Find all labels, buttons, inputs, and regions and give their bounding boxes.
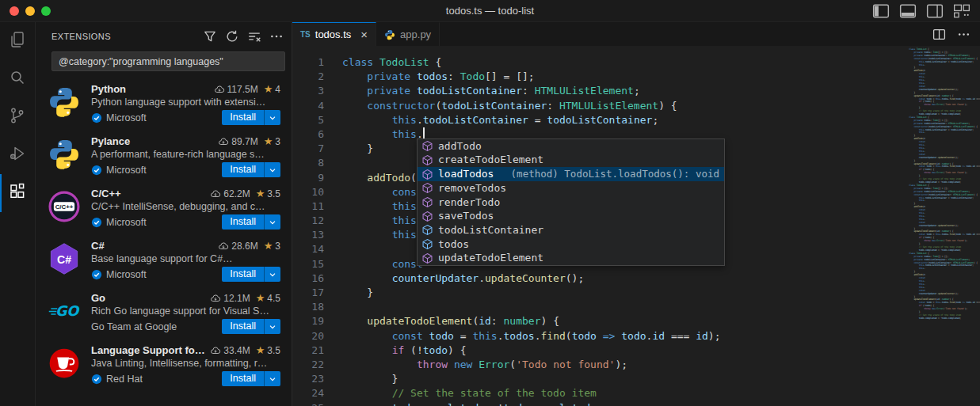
install-dropdown-button[interactable] — [264, 214, 280, 230]
line-number: 2 — [292, 70, 324, 84]
download-count-icon — [218, 136, 229, 147]
line-number: 7 — [292, 142, 324, 156]
code-line: 22 throw new Error('Todo not found'); — [292, 358, 980, 372]
star-icon: ★ — [264, 83, 273, 95]
window-controls[interactable] — [10, 6, 51, 16]
install-dropdown-button[interactable] — [264, 319, 280, 334]
suggest-item-removeTodos[interactable]: removeTodos — [418, 181, 724, 195]
line-number: 21 — [292, 343, 324, 358]
line-number: 18 — [292, 300, 324, 314]
suggest-item-loadTodos[interactable]: loadTodos(method) TodoList.loadTodos(): … — [418, 167, 724, 181]
install-button[interactable]: Install — [222, 162, 264, 177]
suggest-item-updateTodoElement[interactable]: updateTodoElement — [418, 252, 724, 266]
suggest-item-addTodo[interactable]: addTodo — [418, 139, 724, 154]
install-dropdown-button[interactable] — [264, 371, 280, 386]
zoom-window-icon[interactable] — [41, 6, 51, 16]
close-tab-icon[interactable]: × — [360, 28, 368, 40]
toggle-secondary-sidebar-icon[interactable] — [926, 2, 944, 20]
install-button[interactable]: Install — [222, 267, 264, 282]
code-editor[interactable]: 1class TodoList {2 private todos: Todo[]… — [292, 46, 980, 406]
code-line: 17 } — [292, 286, 980, 300]
suggest-label: todos — [438, 237, 469, 252]
tab-app.py[interactable]: app.py — [376, 22, 440, 46]
line-number: 17 — [292, 286, 324, 300]
customize-layout-icon[interactable] — [953, 2, 970, 20]
suggest-item-renderTodo[interactable]: renderTodo — [418, 195, 724, 210]
sidebar-header: EXTENSIONS — [36, 22, 292, 50]
suggest-label: createTodoElement — [438, 153, 543, 167]
extension-publisher: Red Hat — [106, 374, 143, 385]
refresh-icon[interactable] — [225, 29, 239, 44]
close-window-icon[interactable] — [10, 6, 19, 16]
extension-description: A performant, feature-rich language s… — [91, 149, 280, 160]
filter-icon[interactable] — [203, 29, 217, 44]
install-button[interactable]: Install — [222, 110, 264, 125]
line-number: 16 — [292, 271, 324, 286]
toggle-panel-icon[interactable] — [899, 2, 917, 20]
extension-list-item[interactable]: C/C++ C/C++ 62.2M ★ 3.5 C/C++ IntelliSen… — [36, 182, 292, 234]
extension-list-item[interactable]: GO Go 12.1M ★ 4.5 Rich Go language suppo… — [36, 286, 292, 339]
extensions-search-input[interactable] — [51, 51, 285, 71]
activity-bar-item-explorer[interactable] — [0, 22, 35, 60]
suggest-label: addTodo — [438, 139, 482, 154]
star-icon: ★ — [256, 188, 265, 199]
suggest-item-createTodoElement[interactable]: createTodoElement — [418, 154, 724, 168]
verified-publisher-icon — [91, 217, 102, 228]
tab-todos.ts[interactable]: TStodos.ts× — [292, 22, 376, 46]
install-button[interactable]: Install — [222, 214, 264, 230]
suggest-item-saveTodos[interactable]: saveTodos — [418, 209, 724, 223]
split-editor-icon[interactable] — [932, 28, 946, 41]
extension-list-item[interactable]: Pylance 89.7M ★ 3 A performant, feature-… — [36, 130, 292, 182]
activity-bar-item-search[interactable] — [0, 60, 35, 98]
install-button[interactable]: Install — [222, 319, 264, 334]
toggle-primary-sidebar-icon[interactable] — [872, 2, 890, 20]
extension-rating: 4.5 — [267, 293, 280, 304]
code-line: 25 todo.completed = !todo.completed; — [292, 401, 980, 406]
window-title: todos.ts — todo-list — [446, 5, 534, 17]
extension-list-item[interactable]: Python 117.5M ★ 4 Python language suppor… — [36, 78, 292, 130]
activity-bar-item-source-control[interactable] — [0, 98, 35, 136]
extension-list-item[interactable]: C# C# 28.6M ★ 3 Base language support fo… — [36, 234, 292, 286]
install-button[interactable]: Install — [222, 371, 264, 386]
extension-name: C# — [91, 240, 213, 252]
activity-bar-item-extensions[interactable] — [0, 174, 35, 212]
code-text: // Set the state of the todo item — [342, 387, 597, 399]
code-text: class TodoList { — [342, 56, 441, 68]
code-text: private todoListContainer: HTMLUListElem… — [342, 85, 640, 97]
install-dropdown-button[interactable] — [264, 162, 280, 177]
minimize-window-icon[interactable] — [25, 6, 35, 16]
suggest-item-todoListContainer[interactable]: todoListContainer — [418, 223, 724, 237]
method-icon — [421, 182, 434, 195]
extension-list-item[interactable]: Language Support fo… 33.4M ★ 3.5 Java Li… — [36, 339, 292, 391]
method-icon — [421, 154, 434, 167]
install-dropdown-button[interactable] — [264, 110, 280, 125]
code-text: const todo = this.todos.find(todo => tod… — [342, 330, 721, 342]
extension-download-count: 62.2M — [223, 188, 250, 199]
more-actions-icon[interactable] — [957, 28, 970, 41]
tab-bar: TStodos.ts×app.py — [292, 22, 980, 46]
code-text: constructor(todoListContainer: HTMLUList… — [342, 100, 677, 112]
code-text: counterUpdater.updateCounter(); — [342, 272, 584, 284]
extension-rating: 3 — [275, 241, 280, 252]
code-line: 23 } — [292, 372, 980, 386]
extension-logo — [48, 347, 81, 380]
field-icon — [421, 224, 434, 237]
code-text: this. — [342, 214, 423, 226]
activity-bar-item-run-debug[interactable] — [0, 136, 35, 174]
minimap[interactable]: class TodoList { private todos: Todo[] =… — [907, 46, 980, 406]
clear-extensions-icon[interactable] — [247, 29, 261, 44]
suggest-item-todos[interactable]: todos — [418, 237, 724, 252]
code-text: this. — [342, 128, 425, 140]
line-number: 8 — [292, 156, 324, 170]
code-text: this.todoListContainer = todoListContain… — [342, 114, 658, 126]
suggest-widget[interactable]: addTodocreateTodoElementloadTodos(method… — [417, 138, 725, 266]
title-bar: todos.ts — todo-list — [0, 0, 980, 22]
install-dropdown-button[interactable] — [264, 267, 280, 282]
extension-name: Python — [91, 83, 209, 95]
more-actions-icon[interactable] — [269, 29, 284, 44]
code-text: todo.completed = !todo.completed; — [342, 402, 597, 406]
extension-description: Rich Go language support for Visual S… — [91, 305, 280, 317]
download-count-icon — [210, 188, 221, 199]
method-icon — [421, 168, 434, 180]
code-text: updateTodoElement(id: number) { — [342, 315, 559, 327]
